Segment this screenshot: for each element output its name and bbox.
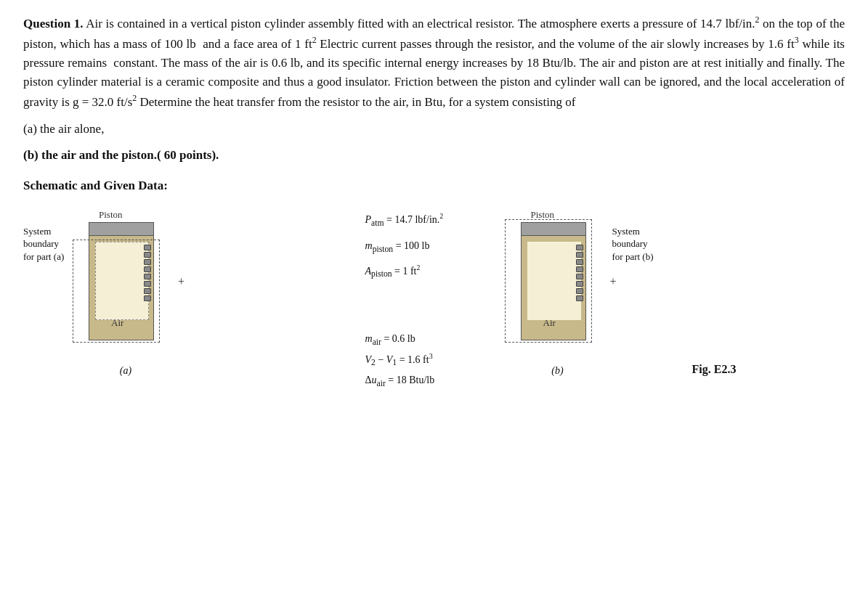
diagrams-row: Systemboundaryfor part (a) Piston ↓ xyxy=(23,202,845,391)
right-diagram-group: Piston ↓ Air xyxy=(511,202,845,379)
mpiston-annotation: mpiston = 100 lb xyxy=(365,237,511,257)
schematic-section: Schematic and Given Data: Systemboundary… xyxy=(23,176,845,391)
fig-label: Fig. E2.3 xyxy=(692,361,737,379)
system-label-b: Systemboundaryfor part (b) xyxy=(612,225,678,263)
right-piston-label: Piston xyxy=(531,208,555,222)
left-cylinder: Piston ↓ Air xyxy=(78,208,173,360)
right-bottom-label: (b) xyxy=(551,363,563,379)
question-number: Question 1. xyxy=(23,17,84,30)
system-label-a: Systemboundaryfor part (a) xyxy=(23,225,74,263)
part-b-text: (b) the air and the piston.( 60 points). xyxy=(23,146,845,165)
left-diagram-group: Systemboundaryfor part (a) Piston ↓ xyxy=(23,202,358,379)
deltau-annotation: Δuair = 18 Btu/lb xyxy=(365,371,511,391)
middle-annotations: Patm = 14.7 lbf/in.2 mpiston = 100 lb Ap… xyxy=(358,202,511,391)
bottom-annotations: mair = 0.6 lb V2 − V1 = 1.6 ft3 Δuair = … xyxy=(365,330,511,391)
question-text-1: Air is contained in a vertical piston cy… xyxy=(23,17,845,110)
patm-label: Patm = 14.7 lbf/in.2 xyxy=(365,214,444,225)
volume-annotation: V2 − V1 = 1.6 ft3 xyxy=(365,350,511,370)
part-a-text: (a) the air alone, xyxy=(23,120,845,139)
mair-annotation: mair = 0.6 lb xyxy=(365,330,511,350)
right-cylinder-wrapper: Piston ↓ Air xyxy=(511,202,605,379)
left-cylinder-body: Air xyxy=(89,235,154,340)
left-bottom-label: (a) xyxy=(120,363,131,379)
page-content: Question 1. Air is contained in a vertic… xyxy=(23,13,845,391)
apiston-annotation: Apiston = 1 ft2 xyxy=(365,261,511,282)
right-cylinder: Piston ↓ Air xyxy=(511,208,605,360)
left-air-label: Air xyxy=(111,316,123,330)
left-piston-label: Piston xyxy=(99,208,123,222)
schematic-title: Schematic and Given Data: xyxy=(23,176,845,195)
right-plus-sign: + xyxy=(609,273,616,291)
right-cylinder-body: Air xyxy=(521,235,586,340)
patm-annotation: Patm = 14.7 lbf/in.2 xyxy=(365,210,511,231)
question-body: Question 1. Air is contained in a vertic… xyxy=(23,13,845,113)
left-plus-sign: + xyxy=(178,273,184,291)
right-air-label: Air xyxy=(543,316,556,330)
